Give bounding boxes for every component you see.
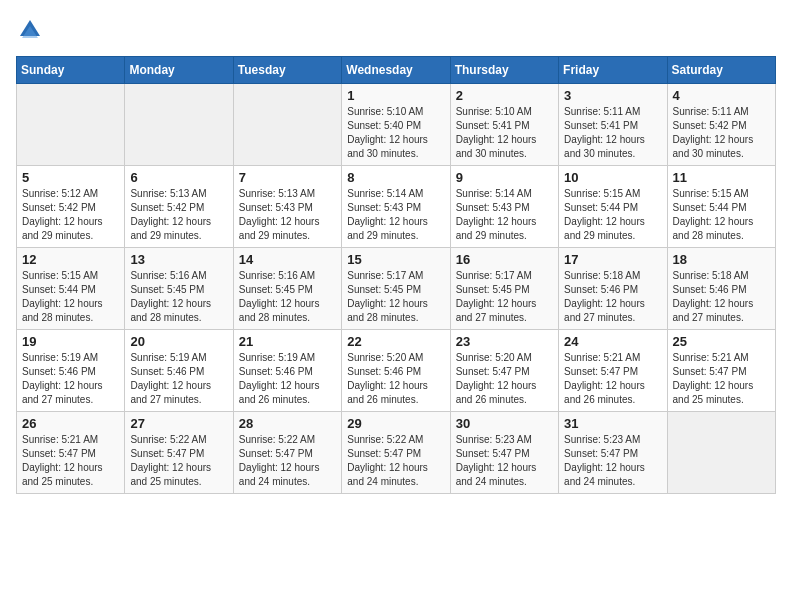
day-number: 21: [239, 334, 336, 349]
day-number: 29: [347, 416, 444, 431]
day-number: 14: [239, 252, 336, 267]
day-number: 19: [22, 334, 119, 349]
day-info: Sunrise: 5:21 AMSunset: 5:47 PMDaylight:…: [22, 433, 119, 489]
calendar-cell: 29Sunrise: 5:22 AMSunset: 5:47 PMDayligh…: [342, 412, 450, 494]
calendar-cell: 17Sunrise: 5:18 AMSunset: 5:46 PMDayligh…: [559, 248, 667, 330]
calendar-cell: 19Sunrise: 5:19 AMSunset: 5:46 PMDayligh…: [17, 330, 125, 412]
day-header-sunday: Sunday: [17, 57, 125, 84]
day-header-saturday: Saturday: [667, 57, 775, 84]
calendar-cell: 12Sunrise: 5:15 AMSunset: 5:44 PMDayligh…: [17, 248, 125, 330]
week-row-2: 12Sunrise: 5:15 AMSunset: 5:44 PMDayligh…: [17, 248, 776, 330]
day-number: 27: [130, 416, 227, 431]
calendar-cell: [125, 84, 233, 166]
day-info: Sunrise: 5:10 AMSunset: 5:41 PMDaylight:…: [456, 105, 553, 161]
day-number: 3: [564, 88, 661, 103]
day-number: 26: [22, 416, 119, 431]
day-number: 18: [673, 252, 770, 267]
day-number: 7: [239, 170, 336, 185]
calendar-cell: 26Sunrise: 5:21 AMSunset: 5:47 PMDayligh…: [17, 412, 125, 494]
day-number: 2: [456, 88, 553, 103]
calendar-cell: 7Sunrise: 5:13 AMSunset: 5:43 PMDaylight…: [233, 166, 341, 248]
logo: [16, 16, 46, 44]
calendar-cell: 18Sunrise: 5:18 AMSunset: 5:46 PMDayligh…: [667, 248, 775, 330]
day-info: Sunrise: 5:15 AMSunset: 5:44 PMDaylight:…: [22, 269, 119, 325]
calendar-cell: 31Sunrise: 5:23 AMSunset: 5:47 PMDayligh…: [559, 412, 667, 494]
calendar-cell: 10Sunrise: 5:15 AMSunset: 5:44 PMDayligh…: [559, 166, 667, 248]
day-info: Sunrise: 5:15 AMSunset: 5:44 PMDaylight:…: [673, 187, 770, 243]
calendar-cell: 5Sunrise: 5:12 AMSunset: 5:42 PMDaylight…: [17, 166, 125, 248]
day-info: Sunrise: 5:19 AMSunset: 5:46 PMDaylight:…: [22, 351, 119, 407]
day-info: Sunrise: 5:12 AMSunset: 5:42 PMDaylight:…: [22, 187, 119, 243]
day-number: 10: [564, 170, 661, 185]
day-info: Sunrise: 5:14 AMSunset: 5:43 PMDaylight:…: [347, 187, 444, 243]
calendar-cell: 11Sunrise: 5:15 AMSunset: 5:44 PMDayligh…: [667, 166, 775, 248]
day-number: 1: [347, 88, 444, 103]
calendar-cell: 24Sunrise: 5:21 AMSunset: 5:47 PMDayligh…: [559, 330, 667, 412]
day-info: Sunrise: 5:19 AMSunset: 5:46 PMDaylight:…: [130, 351, 227, 407]
calendar-cell: 8Sunrise: 5:14 AMSunset: 5:43 PMDaylight…: [342, 166, 450, 248]
days-header-row: SundayMondayTuesdayWednesdayThursdayFrid…: [17, 57, 776, 84]
day-number: 22: [347, 334, 444, 349]
day-number: 15: [347, 252, 444, 267]
day-info: Sunrise: 5:11 AMSunset: 5:42 PMDaylight:…: [673, 105, 770, 161]
day-number: 13: [130, 252, 227, 267]
header: [16, 16, 776, 44]
day-info: Sunrise: 5:16 AMSunset: 5:45 PMDaylight:…: [239, 269, 336, 325]
day-info: Sunrise: 5:13 AMSunset: 5:43 PMDaylight:…: [239, 187, 336, 243]
day-info: Sunrise: 5:18 AMSunset: 5:46 PMDaylight:…: [673, 269, 770, 325]
day-info: Sunrise: 5:17 AMSunset: 5:45 PMDaylight:…: [347, 269, 444, 325]
day-number: 6: [130, 170, 227, 185]
day-info: Sunrise: 5:15 AMSunset: 5:44 PMDaylight:…: [564, 187, 661, 243]
calendar-cell: 4Sunrise: 5:11 AMSunset: 5:42 PMDaylight…: [667, 84, 775, 166]
day-info: Sunrise: 5:16 AMSunset: 5:45 PMDaylight:…: [130, 269, 227, 325]
day-info: Sunrise: 5:11 AMSunset: 5:41 PMDaylight:…: [564, 105, 661, 161]
week-row-0: 1Sunrise: 5:10 AMSunset: 5:40 PMDaylight…: [17, 84, 776, 166]
day-header-thursday: Thursday: [450, 57, 558, 84]
day-header-monday: Monday: [125, 57, 233, 84]
calendar-cell: 23Sunrise: 5:20 AMSunset: 5:47 PMDayligh…: [450, 330, 558, 412]
calendar-cell: 9Sunrise: 5:14 AMSunset: 5:43 PMDaylight…: [450, 166, 558, 248]
day-number: 31: [564, 416, 661, 431]
logo-icon: [16, 16, 44, 44]
calendar-cell: 1Sunrise: 5:10 AMSunset: 5:40 PMDaylight…: [342, 84, 450, 166]
day-number: 23: [456, 334, 553, 349]
calendar-cell: [233, 84, 341, 166]
day-number: 24: [564, 334, 661, 349]
calendar-cell: 30Sunrise: 5:23 AMSunset: 5:47 PMDayligh…: [450, 412, 558, 494]
day-number: 25: [673, 334, 770, 349]
day-info: Sunrise: 5:23 AMSunset: 5:47 PMDaylight:…: [456, 433, 553, 489]
day-number: 28: [239, 416, 336, 431]
day-info: Sunrise: 5:21 AMSunset: 5:47 PMDaylight:…: [564, 351, 661, 407]
calendar-cell: [667, 412, 775, 494]
calendar-cell: 6Sunrise: 5:13 AMSunset: 5:42 PMDaylight…: [125, 166, 233, 248]
day-header-tuesday: Tuesday: [233, 57, 341, 84]
calendar-cell: 20Sunrise: 5:19 AMSunset: 5:46 PMDayligh…: [125, 330, 233, 412]
day-info: Sunrise: 5:14 AMSunset: 5:43 PMDaylight:…: [456, 187, 553, 243]
week-row-1: 5Sunrise: 5:12 AMSunset: 5:42 PMDaylight…: [17, 166, 776, 248]
day-info: Sunrise: 5:20 AMSunset: 5:47 PMDaylight:…: [456, 351, 553, 407]
day-number: 30: [456, 416, 553, 431]
day-number: 4: [673, 88, 770, 103]
calendar-cell: 3Sunrise: 5:11 AMSunset: 5:41 PMDaylight…: [559, 84, 667, 166]
day-info: Sunrise: 5:18 AMSunset: 5:46 PMDaylight:…: [564, 269, 661, 325]
calendar-cell: 14Sunrise: 5:16 AMSunset: 5:45 PMDayligh…: [233, 248, 341, 330]
calendar-cell: 16Sunrise: 5:17 AMSunset: 5:45 PMDayligh…: [450, 248, 558, 330]
day-header-friday: Friday: [559, 57, 667, 84]
day-info: Sunrise: 5:17 AMSunset: 5:45 PMDaylight:…: [456, 269, 553, 325]
calendar-cell: [17, 84, 125, 166]
calendar-cell: 15Sunrise: 5:17 AMSunset: 5:45 PMDayligh…: [342, 248, 450, 330]
day-number: 8: [347, 170, 444, 185]
week-row-4: 26Sunrise: 5:21 AMSunset: 5:47 PMDayligh…: [17, 412, 776, 494]
day-info: Sunrise: 5:10 AMSunset: 5:40 PMDaylight:…: [347, 105, 444, 161]
day-info: Sunrise: 5:22 AMSunset: 5:47 PMDaylight:…: [239, 433, 336, 489]
day-info: Sunrise: 5:19 AMSunset: 5:46 PMDaylight:…: [239, 351, 336, 407]
calendar-cell: 28Sunrise: 5:22 AMSunset: 5:47 PMDayligh…: [233, 412, 341, 494]
week-row-3: 19Sunrise: 5:19 AMSunset: 5:46 PMDayligh…: [17, 330, 776, 412]
day-info: Sunrise: 5:21 AMSunset: 5:47 PMDaylight:…: [673, 351, 770, 407]
calendar-cell: 13Sunrise: 5:16 AMSunset: 5:45 PMDayligh…: [125, 248, 233, 330]
day-number: 5: [22, 170, 119, 185]
day-number: 20: [130, 334, 227, 349]
calendar-cell: 2Sunrise: 5:10 AMSunset: 5:41 PMDaylight…: [450, 84, 558, 166]
day-info: Sunrise: 5:20 AMSunset: 5:46 PMDaylight:…: [347, 351, 444, 407]
day-number: 12: [22, 252, 119, 267]
